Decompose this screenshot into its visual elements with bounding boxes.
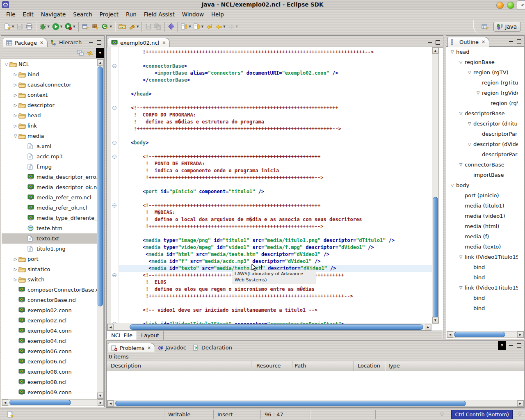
fold-collapse-icon[interactable]: − [112, 203, 116, 208]
chevron-down-icon[interactable]: ▼ [110, 25, 112, 28]
expand-arrow-icon[interactable]: ▷ [12, 257, 18, 261]
code-line[interactable]: ! define os elos que regem o sincronismo… [119, 286, 432, 293]
minimize-view-icon[interactable] [89, 40, 94, 45]
code-line[interactable]: <importBase alias="connectors" documentU… [119, 70, 432, 77]
outline-item[interactable]: importBase [447, 170, 518, 180]
minimize-view-icon[interactable] [427, 40, 433, 45]
outline-item[interactable]: descriptorParam [447, 129, 518, 139]
collapse-arrow-icon[interactable]: ▽ [458, 162, 464, 167]
code-line[interactable]: <!--++++++++++++++++++++++++++++++++++++… [119, 202, 432, 209]
code-line[interactable]: <media id="html" src="media/teste.htm" d… [119, 251, 432, 258]
code-line[interactable] [119, 132, 432, 139]
tree-item[interactable]: ▽media [2, 131, 97, 141]
expand-arrow-icon[interactable]: ▷ [12, 267, 18, 272]
tree-item[interactable]: exemplo06.conn [2, 346, 97, 356]
editor-horizontal-scrollbar[interactable]: ◀ ▶ [107, 324, 431, 331]
expand-arrow-icon[interactable]: ▷ [12, 277, 18, 282]
chevron-down-icon[interactable]: ▼ [236, 25, 238, 28]
minimize-window-button[interactable] [496, 2, 504, 9]
outline-item[interactable]: bind [447, 303, 518, 313]
code-line[interactable] [119, 84, 432, 91]
back-button[interactable]: ▼ [215, 21, 226, 32]
tab-problems[interactable]: Problems ✕ [108, 343, 155, 353]
collapse-arrow-icon[interactable]: ▽ [12, 134, 18, 138]
column-description[interactable]: Description [111, 363, 141, 369]
column-divider[interactable] [385, 361, 386, 371]
collapse-arrow-icon[interactable]: ▽ [475, 91, 481, 95]
column-divider[interactable] [292, 361, 293, 371]
menu-navigate[interactable]: Navigate [37, 11, 70, 18]
scrollbar-thumb[interactable] [115, 401, 466, 406]
tree-item[interactable]: exemplo08.conn [2, 367, 97, 377]
close-icon[interactable]: ✕ [147, 345, 151, 351]
tab-exemplo02-ncl[interactable]: exemplo02.ncl ✕ [108, 38, 170, 48]
maximize-window-button[interactable] [507, 2, 514, 9]
column-location[interactable]: Location [358, 363, 380, 369]
tree-item[interactable]: ▷switch [2, 274, 97, 285]
tree-item[interactable]: exemplo02.ncl [2, 315, 97, 326]
scroll-left-icon[interactable]: ◀ [107, 324, 114, 330]
expand-arrow-icon[interactable]: ▷ [12, 72, 18, 77]
tree-item[interactable]: exemplo06.ncl [2, 356, 97, 367]
next-annotation-button[interactable]: ▼ [180, 21, 192, 32]
column-divider[interactable] [354, 361, 354, 371]
outline-item[interactable]: ▽head [447, 47, 518, 57]
new-package-button[interactable] [91, 21, 100, 32]
close-icon[interactable]: ✕ [40, 40, 43, 46]
menu-project[interactable]: Project [96, 11, 122, 18]
code-line[interactable] [119, 146, 432, 153]
collapse-arrow-icon[interactable]: ▽ [449, 183, 455, 187]
run-external-button[interactable]: ▼ [64, 21, 76, 32]
collapse-arrow-icon[interactable]: ▽ [466, 121, 472, 126]
code-line[interactable]: !+++++++++++++++++++++++++++++++++++++++… [119, 174, 432, 181]
tree-item[interactable]: a.xml [2, 141, 97, 151]
problems-horizontal-scrollbar[interactable]: ◀ ▶ [107, 400, 524, 407]
minimize-view-icon[interactable] [509, 39, 514, 44]
expand-arrow-icon[interactable]: ▷ [12, 82, 18, 87]
collapse-arrow-icon[interactable]: ▽ [3, 62, 9, 66]
outline-item[interactable]: ▽region (rgTV) [447, 67, 518, 78]
expand-arrow-icon[interactable]: ▷ [12, 113, 18, 118]
scrollbar-thumb[interactable] [98, 66, 103, 306]
menu-search[interactable]: Search [69, 11, 96, 18]
scrollbar-thumb[interactable] [433, 197, 438, 318]
scroll-left-icon[interactable]: ◀ [447, 331, 453, 338]
outline-item[interactable]: ▽connectorBase [447, 160, 518, 170]
chevron-down-icon[interactable]: ▼ [223, 25, 225, 28]
java-element-button[interactable] [167, 21, 175, 32]
column-resource[interactable]: Resource [256, 363, 281, 369]
code-line[interactable]: <media id="f" src="media/acdc.mp3" descr… [119, 258, 432, 265]
tab-outline[interactable]: Outline ✕ [447, 37, 489, 47]
view-menu-icon[interactable]: ▼ [96, 48, 104, 58]
tree-item[interactable]: ▷bind [2, 69, 97, 80]
scroll-right-icon[interactable]: ▶ [517, 400, 523, 406]
new-wizard-button[interactable]: ▼ [3, 21, 15, 32]
tree-item[interactable]: ▷sintatico [2, 264, 97, 274]
maximize-view-icon[interactable] [516, 39, 522, 44]
new-class-button[interactable]: C▼ [101, 21, 113, 32]
link-editor-icon[interactable] [87, 50, 94, 56]
fold-collapse-icon[interactable]: − [112, 106, 116, 110]
tree-item[interactable]: exemplo09.conn [2, 387, 97, 397]
outline-item[interactable]: bind [447, 262, 518, 272]
code-line[interactable]: ! CORPO DO PROGRAMA: [119, 112, 432, 119]
expand-arrow-icon[interactable]: ▷ [12, 103, 18, 107]
chevron-down-icon[interactable]: ▼ [47, 25, 49, 28]
scroll-up-icon[interactable]: ▲ [97, 59, 103, 66]
code-line[interactable]: ! define o local dos arquivos de m�dia e… [119, 216, 432, 223]
tree-item[interactable]: ▷link [2, 121, 97, 131]
code-line[interactable] [119, 56, 432, 63]
collapse-arrow-icon[interactable]: ▽ [458, 60, 464, 64]
menu-help[interactable]: Help [208, 11, 228, 18]
status-left-icon[interactable]: ▽ [440, 411, 444, 417]
scroll-right-icon[interactable]: ▶ [517, 331, 523, 338]
tree-item[interactable]: media_descriptor_erro.n [2, 172, 97, 182]
outline-item[interactable]: ▽regionBase [447, 57, 518, 67]
outline-item[interactable]: media (html) [447, 221, 518, 231]
tree-item[interactable]: composerConnectorBase.c [2, 285, 97, 295]
outline-item[interactable]: ▽region (rgVideo1 [447, 88, 518, 98]
package-vertical-scrollbar[interactable]: ▲ ▼ [97, 59, 104, 399]
tree-item[interactable]: titulo1.png [2, 244, 97, 254]
outline-item[interactable]: bind [447, 293, 518, 303]
tree-item[interactable]: exemplo04.conn [2, 326, 97, 336]
